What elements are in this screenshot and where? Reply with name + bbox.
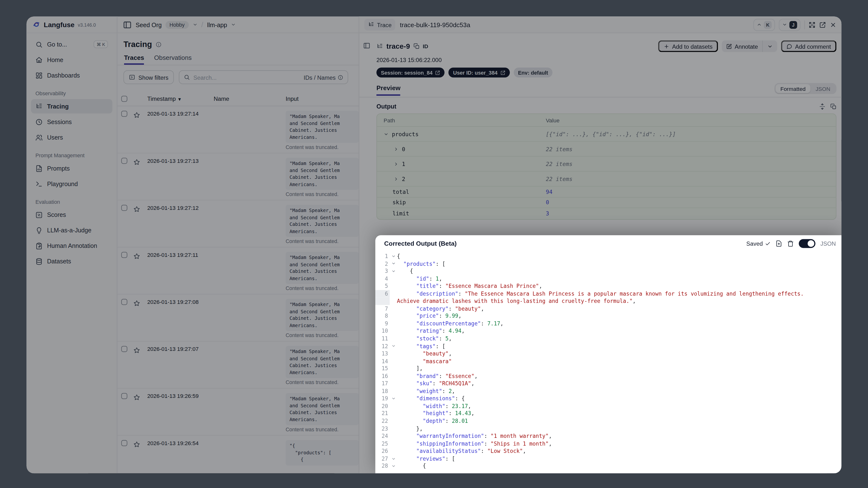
fold-spacer bbox=[390, 275, 397, 282]
code-text: "discountPercentage": 7.17, bbox=[397, 320, 503, 327]
fold-spacer bbox=[390, 305, 397, 312]
line-number: 15 bbox=[375, 365, 390, 372]
fold-icon[interactable] bbox=[390, 252, 397, 260]
line-number: 1 bbox=[375, 252, 390, 260]
corrected-output-dialog: Corrected Output (Beta) Saved JSON 1{2 "… bbox=[375, 235, 841, 473]
fold-spacer bbox=[390, 335, 397, 342]
code-text: { bbox=[397, 252, 400, 260]
code-line: 27 "reviews": [ bbox=[375, 455, 841, 462]
code-line: 5 "title": "Essence Mascara Lash Prince"… bbox=[375, 282, 841, 290]
fold-spacer bbox=[390, 388, 397, 395]
code-line: 23 }, bbox=[375, 425, 841, 432]
line-number: 10 bbox=[375, 327, 390, 335]
fold-spacer bbox=[390, 312, 397, 320]
line-number: 22 bbox=[375, 418, 390, 425]
code-line: 9 "discountPercentage": 7.17, bbox=[375, 320, 841, 327]
fold-spacer bbox=[390, 320, 397, 327]
code-line: 14 "mascara" bbox=[375, 357, 841, 365]
code-line: 22 "depth": 28.01 bbox=[375, 418, 841, 425]
line-number: 26 bbox=[375, 447, 390, 455]
line-number: 13 bbox=[375, 350, 390, 357]
fold-spacer bbox=[390, 350, 397, 357]
fold-spacer bbox=[390, 372, 397, 380]
line-number: 24 bbox=[375, 432, 390, 440]
code-line: 11 "stock": 5, bbox=[375, 335, 841, 342]
line-number: 3 bbox=[375, 268, 390, 275]
code-text: "category": "beauty", bbox=[397, 305, 484, 312]
fold-spacer bbox=[390, 402, 397, 410]
code-line: 24 "warrantyInformation": "1 month warra… bbox=[375, 432, 841, 440]
code-text: "brand": "Essence", bbox=[397, 372, 477, 380]
fold-spacer bbox=[390, 418, 397, 425]
code-line: Achieve dramatic lashes with this long-l… bbox=[375, 297, 841, 305]
line-number: 27 bbox=[375, 455, 390, 462]
code-text: "rating": 4.94, bbox=[397, 327, 465, 335]
code-text: "id": 1, bbox=[397, 275, 442, 282]
code-text: "availabilityStatus": "Low Stock", bbox=[397, 447, 526, 455]
line-number: 4 bbox=[375, 275, 390, 282]
fold-icon[interactable] bbox=[390, 268, 397, 275]
line-number bbox=[375, 297, 390, 305]
fold-icon[interactable] bbox=[390, 395, 397, 402]
fold-spacer bbox=[390, 380, 397, 388]
code-text: "width": 23.17, bbox=[397, 402, 471, 410]
line-number: 12 bbox=[375, 342, 390, 350]
code-line: 18 "weight": 2, bbox=[375, 388, 841, 395]
line-number: 20 bbox=[375, 402, 390, 410]
code-text: { bbox=[397, 462, 426, 470]
code-text: "beauty", bbox=[397, 350, 452, 357]
file-diff-icon[interactable] bbox=[775, 240, 782, 246]
check-icon bbox=[765, 241, 771, 246]
line-number: 28 bbox=[375, 462, 390, 470]
code-line: 1{ bbox=[375, 252, 841, 260]
line-number: 2 bbox=[375, 260, 390, 268]
code-line: 26 "availabilityStatus": "Low Stock", bbox=[375, 447, 841, 455]
json-toggle[interactable] bbox=[799, 239, 815, 248]
json-code-editor[interactable]: 1{2 "products": [3 {4 "id": 1,5 "title":… bbox=[375, 252, 841, 473]
fold-spacer bbox=[390, 440, 397, 447]
fold-spacer bbox=[390, 425, 397, 432]
fold-spacer bbox=[390, 357, 397, 365]
line-number: 18 bbox=[375, 388, 390, 395]
code-line: 7 "category": "beauty", bbox=[375, 305, 841, 312]
line-number: 19 bbox=[375, 395, 390, 402]
code-line: 12 "tags": [ bbox=[375, 342, 841, 350]
line-number: 16 bbox=[375, 372, 390, 380]
code-line: 10 "rating": 4.94, bbox=[375, 327, 841, 335]
saved-status: Saved bbox=[746, 240, 771, 246]
code-line: 21 "height": 14.43, bbox=[375, 410, 841, 418]
line-number: 14 bbox=[375, 357, 390, 365]
fold-spacer bbox=[390, 365, 397, 372]
code-line: 19 "dimensions": { bbox=[375, 395, 841, 402]
code-line: 3 { bbox=[375, 268, 841, 275]
code-line: 13 "beauty", bbox=[375, 350, 841, 357]
code-text: "title": "Essence Mascara Lash Prince", bbox=[397, 282, 542, 290]
code-text: "tags": [ bbox=[397, 342, 445, 350]
code-text: Achieve dramatic lashes with this long-l… bbox=[397, 297, 636, 305]
line-number: 11 bbox=[375, 335, 390, 342]
fold-spacer bbox=[390, 410, 397, 418]
fold-icon[interactable] bbox=[390, 455, 397, 462]
code-text: ], bbox=[397, 365, 423, 372]
fold-spacer bbox=[390, 432, 397, 440]
fold-icon[interactable] bbox=[390, 462, 397, 470]
trash-icon[interactable] bbox=[787, 240, 794, 246]
fold-icon[interactable] bbox=[390, 342, 397, 350]
line-number: 6 bbox=[375, 290, 390, 297]
code-line: 6 "description": "The Essence Mascara La… bbox=[375, 290, 841, 297]
code-line: 25 "shippingInformation": "Ships in 1 mo… bbox=[375, 440, 841, 447]
line-number: 8 bbox=[375, 312, 390, 320]
code-text: "stock": 5, bbox=[397, 335, 452, 342]
fold-icon[interactable] bbox=[390, 260, 397, 268]
line-number: 5 bbox=[375, 282, 390, 290]
code-text: "products": [ bbox=[397, 260, 445, 268]
stage: Langfuse v3.146.0 Go to... ⌘ K HomeDashb… bbox=[0, 0, 868, 488]
code-text: "height": 14.43, bbox=[397, 410, 474, 418]
code-text: "reviews": [ bbox=[397, 455, 455, 462]
code-text: "depth": 28.01 bbox=[397, 418, 468, 425]
code-text: "sku": "RCH45Q1A", bbox=[397, 380, 474, 388]
line-number: 17 bbox=[375, 380, 390, 388]
json-toggle-label: JSON bbox=[820, 240, 836, 246]
code-text: "description": "The Essence Mascara Lash… bbox=[397, 290, 804, 297]
code-line: 2 "products": [ bbox=[375, 260, 841, 268]
